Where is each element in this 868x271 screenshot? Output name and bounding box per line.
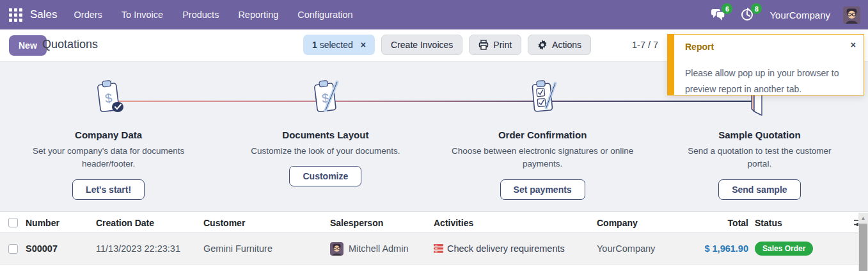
- messages-count-badge: 6: [722, 3, 732, 14]
- company-data-clipboard-icon: $: [88, 76, 129, 119]
- print-label: Print: [493, 40, 512, 50]
- selection-badge: 1 selected ×: [303, 35, 375, 55]
- menu-reporting[interactable]: Reporting: [238, 10, 278, 20]
- report-notification: Report × Please allow pop up in your bro…: [667, 34, 864, 95]
- messages-button[interactable]: 6: [711, 7, 727, 22]
- table-row-partial[interactable]: Sales Order: [0, 265, 868, 271]
- menu-products[interactable]: Products: [182, 10, 219, 20]
- vertical-scrollbar[interactable]: ▲: [858, 213, 868, 271]
- header-total[interactable]: Total: [686, 218, 748, 228]
- row-checkbox[interactable]: [8, 244, 18, 254]
- page-title: Quotations: [42, 38, 98, 51]
- step-description: Customize the look of your documents.: [251, 145, 400, 158]
- cell-number: S00007: [26, 243, 96, 254]
- lets-start-button[interactable]: Let's start!: [72, 179, 145, 200]
- gear-icon: [537, 40, 548, 50]
- selection-label: selected: [320, 40, 353, 50]
- apps-grid-icon[interactable]: [9, 8, 22, 22]
- step-description: Choose between electronic signatures or …: [449, 145, 636, 171]
- header-number[interactable]: Number: [26, 218, 96, 228]
- main-menu: Orders To Invoice Products Reporting Con…: [74, 10, 353, 20]
- cell-company: YourCompany: [597, 243, 686, 254]
- cell-total: $ 1,961.90: [686, 243, 748, 254]
- table-row[interactable]: S00007 11/13/2023 22:23:31 Gemini Furnit…: [0, 233, 868, 265]
- cell-creation-date: 11/13/2023 22:23:31: [96, 243, 203, 254]
- menu-orders[interactable]: Orders: [74, 10, 102, 20]
- select-all-checkbox[interactable]: [8, 218, 18, 227]
- activities-button[interactable]: 8: [740, 7, 757, 22]
- app-name[interactable]: Sales: [30, 8, 58, 21]
- set-payments-button[interactable]: Set payments: [500, 179, 585, 200]
- menu-configuration[interactable]: Configuration: [297, 10, 352, 20]
- printer-icon: [478, 40, 489, 50]
- scroll-up-arrow-icon[interactable]: ▲: [858, 213, 868, 223]
- header-activities[interactable]: Activities: [434, 218, 597, 228]
- activity-exception-icon[interactable]: [434, 244, 443, 253]
- onboarding-step-order-confirmation: Order Confirmation Choose between electr…: [434, 62, 651, 211]
- actions-button[interactable]: Actions: [528, 35, 591, 55]
- salesperson-avatar: [330, 242, 343, 256]
- company-switcher[interactable]: YourCompany: [769, 10, 830, 21]
- actions-label: Actions: [552, 40, 581, 50]
- header-salesperson[interactable]: Salesperson: [330, 218, 434, 228]
- quotations-table: Number Creation Date Customer Salesperso…: [0, 213, 868, 271]
- notification-title: Report: [685, 42, 714, 52]
- menu-to-invoice[interactable]: To Invoice: [122, 10, 163, 20]
- new-button[interactable]: New: [9, 35, 47, 56]
- cell-activity: Check delivery requirements: [447, 243, 565, 254]
- scrollbar-thumb[interactable]: [859, 224, 867, 271]
- header-status[interactable]: Status: [755, 218, 851, 228]
- step-title: Documents Layout: [282, 129, 368, 140]
- header-customer[interactable]: Customer: [203, 218, 330, 228]
- user-avatar-image: [843, 6, 860, 24]
- top-navbar: Sales Orders To Invoice Products Reporti…: [0, 0, 868, 29]
- selection-count: 1: [312, 40, 317, 50]
- create-invoices-label: Create Invoices: [391, 40, 453, 50]
- activities-count-badge: 8: [751, 3, 762, 14]
- create-invoices-button[interactable]: Create Invoices: [381, 35, 462, 55]
- onboarding-step-company-data: $ Company Data Set your company's data f…: [0, 62, 217, 211]
- step-title: Company Data: [75, 129, 142, 140]
- header-company[interactable]: Company: [597, 218, 686, 228]
- clear-selection-icon[interactable]: ×: [361, 40, 366, 50]
- cell-salesperson: Mitchell Admin: [349, 243, 408, 254]
- print-button[interactable]: Print: [469, 35, 521, 55]
- header-creation-date[interactable]: Creation Date: [96, 218, 203, 228]
- cell-customer: Gemini Furniture: [203, 243, 330, 254]
- step-title: Order Confirmation: [498, 129, 587, 140]
- send-sample-button[interactable]: Send sample: [718, 179, 800, 200]
- notification-close-icon[interactable]: ×: [851, 40, 856, 50]
- table-header-row: Number Creation Date Customer Salesperso…: [0, 213, 868, 233]
- customize-button[interactable]: Customize: [289, 166, 361, 186]
- step-description: Set your company's data for documents he…: [19, 145, 199, 171]
- documents-layout-clipboard-icon: $: [305, 76, 346, 119]
- step-description: Send a quotation to test the customer po…: [675, 145, 843, 171]
- order-confirmation-checklist-icon: [522, 76, 563, 119]
- notification-message: Please allow pop up in your browser to p…: [685, 65, 855, 97]
- notification-accent-bar: [668, 35, 674, 95]
- user-avatar[interactable]: [843, 6, 860, 24]
- onboarding-step-documents-layout: $ Documents Layout Customize the look of…: [217, 62, 434, 211]
- pager[interactable]: 1-7 / 7: [632, 40, 658, 50]
- step-title: Sample Quotation: [718, 129, 800, 140]
- status-badge: Sales Order: [755, 242, 813, 256]
